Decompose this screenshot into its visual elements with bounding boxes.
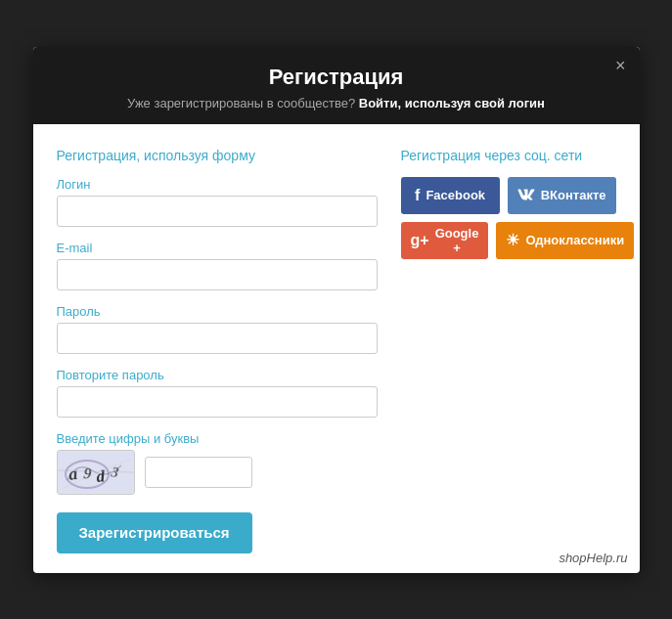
password-field-group: Пароль [57, 304, 378, 354]
google-button[interactable]: g+ Google + [401, 222, 489, 259]
social-section-title: Регистрация через соц. сети [401, 148, 616, 163]
submit-button[interactable]: Зарегистрироваться [57, 512, 252, 553]
repeat-password-input[interactable] [57, 386, 378, 418]
email-field-group: E-mail [57, 241, 378, 290]
email-input[interactable] [57, 259, 378, 290]
close-button[interactable]: × [615, 57, 626, 74]
login-input[interactable] [57, 196, 378, 227]
google-label: Google + [435, 226, 479, 255]
google-icon: g+ [411, 232, 429, 249]
captcha-input[interactable] [145, 457, 252, 488]
modal-subtitle: Уже зарегистрированы в сообществе? Войти… [53, 96, 620, 111]
registration-form-section: Регистрация, используя форму Логин E-mai… [57, 148, 378, 553]
watermark-text: shopHelp [559, 551, 612, 565]
subtitle-text: Уже зарегистрированы в сообществе? [127, 96, 355, 111]
odnoklassniki-label: Одноклассники [525, 233, 624, 247]
modal-body: Регистрация, используя форму Логин E-mai… [33, 124, 640, 573]
facebook-icon: f [415, 187, 420, 204]
facebook-button[interactable]: f Facebook [401, 177, 500, 214]
captcha-label: Введите цифры и буквы [57, 431, 378, 446]
social-row-2: g+ Google + ☀ Одноклассники [401, 222, 616, 259]
repeat-password-label: Повторите пароль [57, 368, 378, 382]
vkontakte-button[interactable]: ВКонтакте [508, 177, 616, 214]
repeat-password-field-group: Повторите пароль [57, 368, 378, 418]
social-row-1: f Facebook ВКонтакте [401, 177, 616, 214]
odnoklassniki-button[interactable]: ☀ Одноклассники [496, 222, 634, 259]
watermark: shopHelp.ru [559, 551, 627, 565]
modal-header: Регистрация Уже зарегистрированы в сообщ… [33, 47, 640, 124]
watermark-suffix: .ru [612, 551, 627, 565]
modal-dialog: Регистрация Уже зарегистрированы в сообщ… [33, 47, 640, 573]
login-link[interactable]: Войти, используя свой логин [359, 96, 545, 111]
captcha-image: a 9 d 3 [57, 450, 135, 495]
facebook-label: Facebook [426, 188, 485, 202]
captcha-row: a 9 d 3 [57, 450, 378, 495]
social-registration-section: Регистрация через соц. сети f Facebook В… [401, 148, 616, 553]
login-field-group: Логин [57, 177, 378, 227]
odnoklassniki-icon: ☀ [506, 231, 519, 249]
captcha-field-group: Введите цифры и буквы a 9 d 3 [57, 431, 378, 495]
password-label: Пароль [57, 304, 378, 319]
vkontakte-label: ВКонтакте [541, 188, 606, 202]
modal-overlay: Регистрация Уже зарегистрированы в сообщ… [0, 0, 672, 619]
email-label: E-mail [57, 241, 378, 255]
svg-text:9: 9 [82, 464, 91, 482]
form-section-title: Регистрация, используя форму [57, 148, 378, 163]
login-label: Логин [57, 177, 378, 192]
modal-title: Регистрация [53, 65, 620, 90]
vkontakte-icon [517, 187, 535, 204]
password-input[interactable] [57, 323, 378, 354]
